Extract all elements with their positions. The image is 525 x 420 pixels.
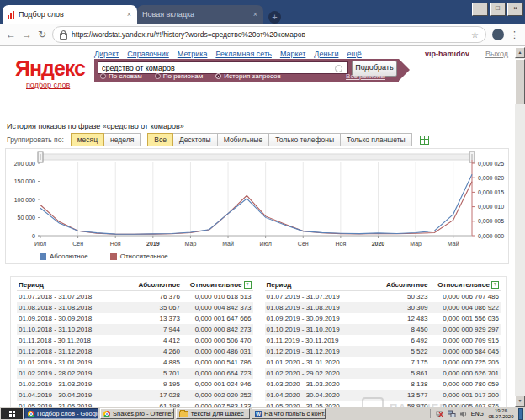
scrollbar-thumb[interactable] [515, 59, 525, 104]
browser-menu-icon[interactable]: ⋮ [510, 29, 519, 40]
page-content: ДиректСправочникМетрикаРекламная сетьМар… [0, 47, 515, 407]
relative-cell: 0,000 005 407 976 [429, 401, 501, 407]
range-slider-track[interactable] [40, 154, 472, 160]
table-header: Абсолютное [372, 279, 429, 291]
search-mode-radio[interactable]: По словам [100, 72, 142, 80]
word-icon: W [255, 411, 262, 417]
taskbar-task[interactable]: Shakes.pro - OfferItem ... [100, 408, 174, 419]
minimize-button-icon[interactable]: − [472, 3, 488, 16]
close-button-icon[interactable]: × [507, 3, 523, 16]
group-period-option[interactable]: месяц [71, 133, 104, 146]
close-icon[interactable]: × [126, 10, 132, 19]
task-label: Подбор слов - Google ... [37, 410, 98, 417]
table-header: Период [265, 279, 373, 291]
reload-icon[interactable]: ↻ [38, 29, 46, 40]
period-cell: 01.04.2020 - 30.04.2020 [265, 390, 373, 401]
table-row: 01.10.2018 - 31.10.20187 9440,000 000 84… [17, 324, 253, 335]
export-table-icon[interactable] [420, 136, 429, 145]
table-row: 01.11.2018 - 30.11.20184 4120,000 000 50… [17, 335, 253, 346]
group-device-option[interactable]: Только телефоны [268, 133, 341, 146]
forward-icon[interactable]: → [22, 29, 32, 40]
network-computers-icon[interactable] [448, 410, 456, 418]
nav-link[interactable]: Справочник [127, 50, 169, 58]
nav-link[interactable]: Метрика [178, 50, 208, 58]
group-controls: Группировать по: месяцнеделя ВсеДесктопы… [7, 133, 429, 146]
start-button[interactable] [1, 408, 23, 419]
nav-link[interactable]: Маркет [280, 50, 305, 58]
clear-input-icon[interactable] [335, 65, 342, 72]
folder-icon [179, 411, 188, 417]
table-row: 01.02.2019 - 28.02.20195 7010,000 000 66… [17, 368, 253, 379]
task-label: тексты для Шакес [191, 410, 244, 417]
back-icon[interactable]: ← [6, 29, 16, 40]
absolute-cell: 4 885 [125, 357, 182, 368]
maximize-button-icon[interactable]: □ [490, 3, 506, 16]
help-icon[interactable]: ? [491, 281, 499, 289]
relative-cell: 0,000 001 647 666 [182, 313, 253, 324]
absolute-cell: 76 376 [125, 291, 182, 303]
regions-link[interactable]: Все регионы [346, 72, 385, 80]
chrome-icon [103, 411, 110, 417]
user-login[interactable]: vip-hamidov [425, 50, 469, 58]
tray-date: 05.07.2020 [487, 414, 515, 420]
nav-link[interactable]: Рекламная сеть [215, 50, 271, 58]
right-axis-label: 0,000 000 [478, 233, 504, 239]
relative-cell: 0,000 001 017 200 [429, 390, 501, 401]
period-cell: 01.07.2018 - 31.07.2018 [17, 291, 125, 303]
period-cell: 01.03.2020 - 31.03.2020 [265, 379, 373, 390]
absolute-cell: 5 861 [372, 368, 429, 379]
wordstat-link[interactable]: подбор слов [26, 81, 70, 89]
help-icon[interactable]: ? [244, 281, 252, 289]
taskbar-task[interactable]: Подбор слов - Google ... [24, 408, 98, 419]
table-row: 01.12.2018 - 31.12.20184 2600,000 000 48… [17, 346, 253, 357]
tray-edge-icon[interactable] [518, 408, 523, 420]
new-tab-icon[interactable]: + [268, 11, 281, 24]
browser-tab[interactable]: Новая вкладка× [137, 5, 263, 24]
relative-cell: 0,000 001 024 946 [182, 379, 253, 390]
table-row: 01.08.2018 - 31.08.201835 0670,000 004 8… [17, 302, 253, 313]
absolute-cell: 17 028 [125, 390, 182, 401]
browser-tab[interactable]: Подбор слов× [3, 5, 137, 24]
tray-divider [430, 409, 432, 418]
language-indicator[interactable]: ENG [471, 411, 484, 417]
nav-link[interactable]: ещё [347, 50, 361, 58]
logout-link[interactable]: Выход [485, 50, 508, 58]
x-axis-label: 2019 [146, 241, 160, 247]
relative-cell: 0,000 006 707 486 [429, 291, 501, 303]
group-device-option[interactable]: Только планшеты [340, 133, 412, 146]
bookmark-star-icon[interactable]: ☆ [471, 30, 479, 40]
group-device-option[interactable]: Мобильные [217, 133, 269, 146]
group-period-option[interactable]: неделя [103, 133, 141, 146]
tab-strip: Подбор слов×Новая вкладка×+ − □ × [0, 0, 525, 24]
taskbar-task[interactable]: WНа что польть с конт... [252, 408, 326, 419]
close-icon[interactable]: × [252, 10, 258, 19]
browser-window: Подбор слов×Новая вкладка×+ − □ × ← → ↻ … [0, 0, 525, 420]
url-text[interactable]: https://wordstat.yandex.ru/#!/history?wo… [72, 30, 467, 39]
nav-link[interactable]: Деньги [314, 50, 338, 58]
network-error-icon[interactable] [436, 410, 444, 418]
yandex-logo[interactable]: Яндекс [15, 56, 85, 81]
relative-cell: 0,000 000 725 205 [429, 357, 501, 368]
x-axis-label: Май [448, 241, 459, 247]
group-device-option[interactable]: Все [147, 133, 173, 146]
search-mode-radio[interactable]: По регионам [155, 72, 204, 80]
absolute-cell: 7 175 [372, 357, 429, 368]
profile-avatar[interactable] [492, 29, 504, 40]
relative-cell: 0,000 007 583 133 [182, 401, 253, 407]
volume-icon[interactable] [459, 410, 468, 418]
lock-icon[interactable] [60, 33, 67, 40]
page-scrollbar[interactable]: ▲ ▼ [515, 47, 525, 407]
scroll-up-icon[interactable]: ▲ [515, 47, 525, 58]
period-cell: 01.05.2019 - 31.05.2019 [17, 401, 125, 407]
yandex-nav: ДиректСправочникМетрикаРекламная сетьМар… [94, 50, 370, 58]
task-label: На что польть с конт... [264, 410, 326, 417]
group-device-option[interactable]: Десктопы [172, 133, 218, 146]
taskbar-task[interactable]: тексты для Шакес [176, 408, 250, 419]
table-row: 01.04.2020 - 30.04.202013 5770,000 001 0… [265, 390, 501, 401]
scroll-down-icon[interactable]: ▼ [515, 396, 525, 407]
url-bar[interactable]: https://wordstat.yandex.ru/#!/history?wo… [52, 26, 486, 43]
absolute-cell: 5 701 [125, 368, 182, 379]
absolute-cell: 30 309 [372, 302, 429, 313]
search-mode-radio[interactable]: История запросов [215, 72, 280, 80]
nav-link[interactable]: Директ [94, 50, 119, 58]
